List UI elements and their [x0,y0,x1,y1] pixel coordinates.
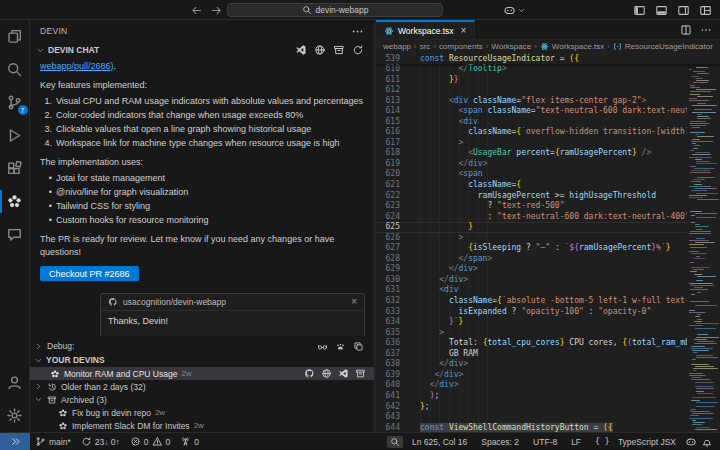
code-line-642[interactable]: 642}; [376,402,687,413]
sync-status[interactable]: 23↓ 0↑ [76,433,125,450]
code-line-610[interactable]: 610 </Tooltip> [376,64,687,75]
archive-icon[interactable] [333,44,345,56]
code-line-644[interactable]: 644const ViewShellCommandHistoryButton =… [376,423,687,432]
bell-icon[interactable] [701,436,713,448]
code-line-634[interactable]: 634 }`} [376,317,687,328]
code-line-613[interactable]: 613 <div className="flex items-center ga… [376,96,687,107]
activity-account[interactable] [0,366,30,399]
tab-workspace-tsx[interactable]: Workspace.tsx × [376,20,475,39]
reply-to-devin[interactable]: Reply to Devin [302,336,357,337]
code-line-643[interactable]: 643 [376,412,687,423]
encoding-status[interactable]: UTF-8 [528,437,562,447]
forward-icon[interactable] [210,4,223,17]
devin-row-older-than-2-days-32-[interactable]: Older than 2 days (32) [30,380,374,393]
activity-search[interactable] [0,53,30,86]
devin-row-implement-slack-dm-for-invites[interactable]: Implement Slack DM for Invites2w [30,419,374,432]
customize-layout-icon[interactable] [699,4,712,17]
breadcrumb-item[interactable]: Workspace [491,42,531,51]
paw-icon[interactable] [335,341,346,352]
command-center[interactable]: devin-webapp [227,3,443,17]
copy-icon[interactable] [353,341,364,352]
search-status[interactable] [387,436,403,448]
code-line-612[interactable]: 612 [376,85,687,96]
code-line-625[interactable]: 625 } [376,222,687,233]
devin-row-archived-3-[interactable]: Archived (3) [30,393,374,406]
indentation-status[interactable]: Spaces: 2 [476,437,524,447]
code-line-641[interactable]: 641 ); [376,391,687,402]
branch-status[interactable]: main* [30,433,76,450]
code-line-618[interactable]: 618 <UsageBar percent={ramUsagePercent} … [376,148,687,159]
problems-status[interactable]: 0 0 [125,433,175,450]
code-line-629[interactable]: 629 </div> [376,264,687,275]
devin-row-monitor-ram-and-cpu-usage[interactable]: Monitor RAM and CPU Usage2w [30,367,374,380]
your-devins-header[interactable]: YOUR DEVINS [30,353,374,367]
sticky-scroll-line[interactable]: 539const ResourceUsageIndicator = ({ [376,53,720,64]
code-line-615[interactable]: 615 <div [376,117,687,128]
pr-link[interactable]: webapp/pull/2686) [40,61,114,71]
github-icon[interactable] [304,368,315,379]
code-line-611[interactable]: 611 }} [376,75,687,86]
activity-explorer[interactable] [0,20,30,53]
ports-status[interactable]: 0 [175,433,204,450]
more-actions-icon[interactable] [700,24,712,36]
refresh-icon[interactable] [352,44,364,56]
devin-chat-header[interactable]: DEVIN CHAT [30,42,374,58]
devin-row-fix-bug-in-devin-repo[interactable]: Fix bug in devin repo2w [30,406,374,419]
split-editor-icon[interactable] [680,24,692,36]
copilot-menu[interactable] [503,4,526,17]
code-line-624[interactable]: 624 : "text-neutral-600 dark:text-neutra… [376,212,687,223]
archive-icon[interactable] [355,368,366,379]
code-line-620[interactable]: 620 <span [376,169,687,180]
code-line-632[interactable]: 632 className={`absolute -bottom-5 left-… [376,296,687,307]
code-line-637[interactable]: 637 GB RAM [376,349,687,360]
eol-status[interactable]: LF [566,437,586,447]
code-line-627[interactable]: 627 {isSleeping ? "–" : `${ramUsagePerce… [376,243,687,254]
cursor-position[interactable]: Ln 625, Col 16 [407,437,472,447]
activity-devin[interactable] [0,185,30,218]
remote-indicator[interactable] [0,433,30,450]
code-line-628[interactable]: 628 </span> [376,254,687,265]
code-line-640[interactable]: 640 </div> [376,380,687,391]
more-actions-icon[interactable] [351,25,364,38]
copilot-icon[interactable] [685,436,697,448]
vscode-icon[interactable] [295,44,307,56]
code-line-636[interactable]: 636 Total: {total_cpu_cores} CPU cores, … [376,338,687,349]
code-line-623[interactable]: 623 ? "text-red-500" [376,201,687,212]
breadcrumb-item[interactable]: components [439,42,483,51]
code-line-633[interactable]: 633 isExpanded ? "opacity-100" : "opacit… [376,307,687,318]
code-line-617[interactable]: 617 > [376,138,687,149]
language-status[interactable]: { } TypeScript JSX [590,437,681,447]
activity-source-control[interactable]: 7 [0,86,30,119]
code-line-638[interactable]: 638 </div> [376,359,687,370]
code-line-539[interactable]: 539const ResourceUsageIndicator = ({ [376,53,579,64]
code-line-630[interactable]: 630 </div> [376,275,687,286]
code-line-635[interactable]: 635 > [376,328,687,339]
code-line-621[interactable]: 621 className={ [376,180,687,191]
code-line-631[interactable]: 631 <div [376,285,687,296]
checkout-pr-button[interactable]: Checkout PR #2686 [40,266,139,281]
toggle-secondary-sidebar-icon[interactable] [677,4,690,17]
breadcrumb-item[interactable]: Workspace.tsx [552,42,604,51]
globe-icon[interactable] [321,368,332,379]
vscode-icon[interactable] [338,368,349,379]
globe-icon[interactable] [314,44,326,56]
activity-chat[interactable] [0,218,30,251]
breadcrumb-item[interactable]: webapp [383,42,411,51]
activity-extensions[interactable] [0,152,30,185]
code-line-614[interactable]: 614 <span className="text-neutral-600 da… [376,106,687,117]
activity-run-debug[interactable] [0,119,30,152]
code-line-622[interactable]: 622 ramUsagePercent >= highUsageThreshol… [376,191,687,202]
minimap[interactable] [688,53,719,432]
breadcrumb-item[interactable]: src [420,42,431,51]
toggle-sidebar-icon[interactable] [633,4,646,17]
back-icon[interactable] [190,4,203,17]
glasses-icon[interactable] [317,341,328,352]
activity-settings[interactable] [0,399,30,432]
code-line-619[interactable]: 619 </div> [376,159,687,170]
debug-section-row[interactable]: Debug: [30,339,374,353]
close-icon[interactable]: × [351,297,357,307]
code-line-639[interactable]: 639 </div> [376,370,687,381]
toggle-panel-icon[interactable] [655,4,668,17]
code-line-626[interactable]: 626 > [376,233,687,244]
code-area[interactable]: 610 </Tooltip>611 }}612613 <div classNam… [376,64,687,432]
